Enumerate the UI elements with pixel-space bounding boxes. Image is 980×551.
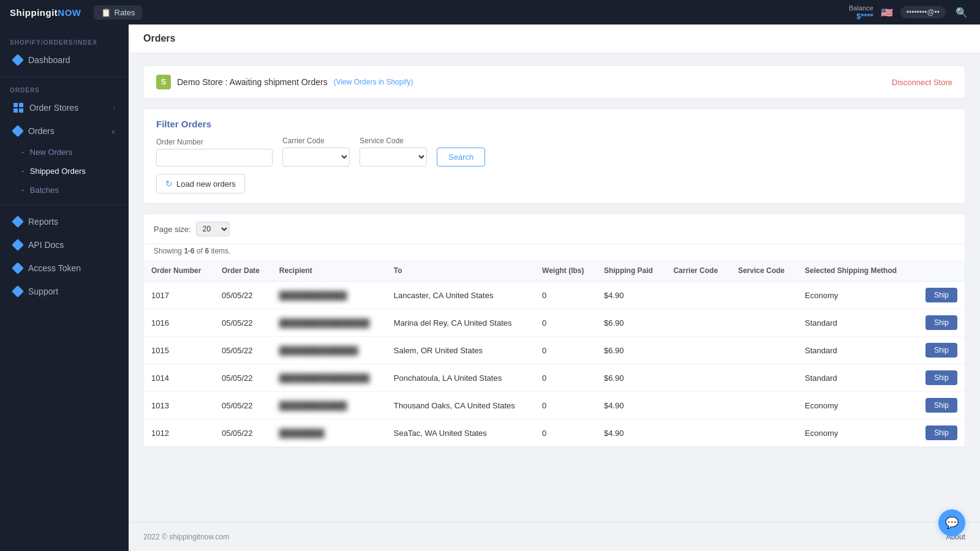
orders-icon — [12, 125, 24, 137]
sidebar-item-access-token[interactable]: Access Token — [4, 257, 125, 279]
load-new-orders-button[interactable]: ↻ Load new orders — [156, 174, 245, 193]
cell-weight: 0 — [535, 392, 597, 419]
sidebar-item-support[interactable]: Support — [4, 280, 125, 302]
cell-action: Ship — [914, 364, 965, 392]
shopify-icon: S — [156, 75, 171, 89]
cell-recipient: ██████████████ — [272, 337, 386, 364]
cell-shipping-paid: $4.90 — [597, 392, 666, 419]
country-flag: 🇺🇸 — [881, 7, 893, 18]
sidebar-item-order-stores[interactable]: Order Stores › — [4, 97, 125, 119]
sidebar: SHOPIFY/ORDERS/INDEX Dashboard ORDERS Or… — [0, 24, 129, 551]
filter-row: Order Number Carrier Code Service Code — [156, 137, 952, 167]
cell-shipping-method: Standard — [797, 337, 914, 364]
cell-order-number: 1014 — [144, 364, 214, 392]
table-row: 1013 05/05/22 ████████████ Thousand Oaks… — [144, 392, 965, 419]
ship-button[interactable]: Ship — [925, 370, 957, 385]
sidebar-item-new-orders[interactable]: New Orders — [4, 143, 125, 161]
filter-section: Filter Orders Order Number Carrier Code … — [143, 108, 965, 204]
cell-order-date: 05/05/22 — [214, 337, 272, 364]
service-code-field: Service Code — [360, 137, 427, 167]
view-in-shopify-link[interactable]: (View Orders in Shopify) — [334, 78, 413, 86]
orders-table: Order Number Order Date Recipient To Wei… — [144, 260, 965, 447]
rates-tab[interactable]: 📋 Rates — [94, 6, 143, 20]
rates-tab-label: Rates — [115, 8, 135, 17]
cell-shipping-paid: $6.90 — [597, 337, 666, 364]
ship-button[interactable]: Ship — [925, 398, 957, 413]
api-docs-icon — [12, 239, 24, 251]
cell-action: Ship — [914, 392, 965, 419]
cell-action: Ship — [914, 419, 965, 447]
sidebar-item-dashboard[interactable]: Dashboard — [4, 49, 125, 71]
cell-recipient: ████████████ — [272, 282, 386, 309]
sidebar-item-shipped-orders[interactable]: Shipped Orders — [4, 162, 125, 180]
ship-button[interactable]: Ship — [925, 343, 957, 358]
cell-carrier-code — [666, 392, 731, 419]
carrier-code-select[interactable] — [282, 148, 350, 167]
sidebar-item-batches[interactable]: Batches — [4, 181, 125, 199]
search-button[interactable]: Search — [437, 148, 485, 167]
orders-chevron: ∨ — [111, 128, 115, 135]
main-layout: SHOPIFY/ORDERS/INDEX Dashboard ORDERS Or… — [0, 24, 980, 551]
disconnect-store-button[interactable]: Disconnect Store — [892, 78, 952, 87]
balance-section: Balance $**** — [849, 4, 873, 21]
cell-action: Ship — [914, 337, 965, 364]
sidebar-item-api-docs[interactable]: API Docs — [4, 234, 125, 256]
cell-weight: 0 — [535, 364, 597, 392]
cell-service-code — [731, 392, 797, 419]
ship-button[interactable]: Ship — [925, 425, 957, 440]
cell-carrier-code — [666, 419, 731, 447]
page-title: Orders — [143, 33, 175, 43]
page-size-select[interactable]: 20 50 100 — [196, 222, 230, 236]
sidebar-item-reports[interactable]: Reports — [4, 211, 125, 233]
table-header-row: Order Number Order Date Recipient To Wei… — [144, 260, 965, 282]
sidebar-item-orders[interactable]: Orders ∨ — [4, 120, 125, 142]
col-recipient: Recipient — [272, 260, 386, 282]
orders-tbody: 1017 05/05/22 ████████████ Lancaster, CA… — [144, 282, 965, 447]
cell-to: Thousand Oaks, CA United States — [386, 392, 535, 419]
cell-service-code — [731, 337, 797, 364]
cell-order-date: 05/05/22 — [214, 309, 272, 337]
table-row: 1012 05/05/22 ████████ SeaTac, WA United… — [144, 419, 965, 447]
chat-button[interactable]: 💬 — [938, 509, 965, 536]
cell-order-number: 1017 — [144, 282, 214, 309]
user-menu[interactable]: ••••••••@•• — [900, 6, 946, 18]
order-number-input[interactable] — [156, 149, 273, 167]
cell-order-date: 05/05/22 — [214, 364, 272, 392]
store-header: S Demo Store : Awaiting shipment Orders … — [143, 66, 965, 99]
chat-icon: 💬 — [945, 516, 959, 530]
cell-service-code — [731, 419, 797, 447]
reports-icon — [12, 216, 24, 228]
cell-carrier-code — [666, 309, 731, 337]
cell-recipient: ████████████ — [272, 392, 386, 419]
cell-shipping-paid: $6.90 — [597, 364, 666, 392]
search-icon[interactable]: 🔍 — [953, 7, 970, 18]
reports-label: Reports — [28, 217, 58, 227]
top-navigation: ShippingitNOW 📋 Rates Balance $**** 🇺🇸 •… — [0, 0, 980, 24]
col-shipping-paid: Shipping Paid — [597, 260, 666, 282]
order-stores-label: Order Stores — [29, 103, 78, 113]
access-token-label: Access Token — [28, 263, 81, 273]
order-stores-chevron: › — [113, 105, 115, 111]
ship-button[interactable]: Ship — [925, 315, 957, 330]
col-service-code: Service Code — [731, 260, 797, 282]
sidebar-section-shopify: SHOPIFY/ORDERS/INDEX — [0, 34, 129, 48]
col-weight: Weight (lbs) — [535, 260, 597, 282]
table-row: 1014 05/05/22 ████████████████ Ponchatou… — [144, 364, 965, 392]
app-logo: ShippingitNOW — [10, 7, 81, 18]
table-row: 1015 05/05/22 ██████████████ Salem, OR U… — [144, 337, 965, 364]
copyright: 2022 © shippingitnow.com — [143, 533, 229, 541]
cell-recipient: ████████████████ — [272, 364, 386, 392]
orders-label: Orders — [28, 126, 55, 136]
service-code-select[interactable] — [360, 148, 427, 167]
cell-order-number: 1013 — [144, 392, 214, 419]
load-new-orders-row: ↻ Load new orders — [156, 174, 952, 193]
carrier-code-label: Carrier Code — [282, 137, 350, 145]
support-label: Support — [28, 287, 58, 296]
filter-title: Filter Orders — [156, 119, 952, 129]
batches-label: Batches — [30, 186, 59, 195]
showing-info: Showing 1-6 of 6 items. — [144, 244, 965, 260]
cell-action: Ship — [914, 282, 965, 309]
ship-button[interactable]: Ship — [925, 288, 957, 302]
content-body: S Demo Store : Awaiting shipment Orders … — [129, 53, 980, 522]
cell-recipient: ████████████████ — [272, 309, 386, 337]
